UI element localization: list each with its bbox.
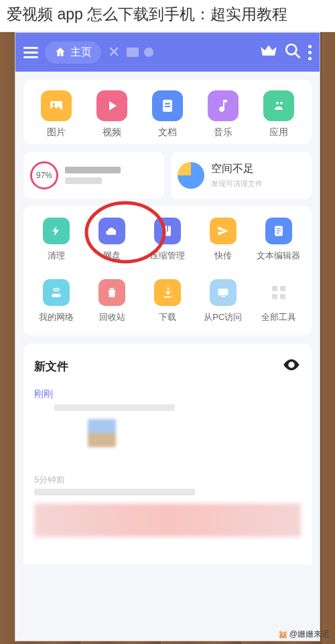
svg-rect-15 bbox=[218, 289, 228, 295]
category-文档[interactable]: 文档 bbox=[140, 90, 195, 139]
tool-清理[interactable]: 清理 bbox=[30, 218, 82, 262]
svg-line-1 bbox=[295, 53, 299, 58]
tool-下载[interactable]: 下载 bbox=[141, 279, 194, 323]
phone-frame: 主页 ✕ 图片视频文档音乐应用 97% 空间不足 发现可清理文件 bbox=[15, 32, 320, 641]
crown-icon[interactable] bbox=[260, 42, 277, 62]
tool-文本编辑器[interactable]: 文本编辑器 bbox=[253, 218, 305, 262]
info-row: 97% 空间不足 发现可清理文件 bbox=[15, 152, 320, 199]
category-图片[interactable]: 图片 bbox=[29, 90, 84, 139]
storage-ring: 97% bbox=[30, 161, 58, 189]
file-item-2-thumb[interactable] bbox=[34, 503, 301, 537]
home-label: 主页 bbox=[70, 46, 92, 60]
svg-point-17 bbox=[290, 364, 293, 367]
storage-blurred bbox=[65, 167, 157, 184]
tool-网盘[interactable]: 网盘 bbox=[86, 218, 138, 262]
storage-box[interactable]: 97% bbox=[23, 152, 164, 199]
ghost-tabs bbox=[127, 48, 153, 57]
content-area: 图片视频文档音乐应用 97% 空间不足 发现可清理文件 清理网盘压缩管理快传文本… bbox=[15, 72, 320, 641]
file-item-1[interactable] bbox=[34, 404, 301, 465]
svg-rect-16 bbox=[221, 296, 224, 297]
tool-压缩管理[interactable]: 压缩管理 bbox=[141, 218, 194, 262]
tool-全部工具[interactable]: 全部工具 bbox=[253, 279, 305, 323]
file-item-2-text bbox=[34, 489, 195, 495]
warn-sub: 发现可清理文件 bbox=[211, 179, 263, 189]
svg-rect-13 bbox=[276, 233, 279, 234]
more-icon[interactable] bbox=[308, 45, 312, 60]
svg-rect-9 bbox=[167, 226, 168, 232]
tool-快传[interactable]: 快传 bbox=[197, 218, 249, 262]
svg-point-3 bbox=[52, 103, 55, 106]
search-icon[interactable] bbox=[284, 42, 302, 62]
files-title: 新文件 bbox=[34, 359, 68, 374]
space-warn-box[interactable]: 空间不足 发现可清理文件 bbox=[171, 152, 312, 199]
tool-从PC访问[interactable]: 从PC访问 bbox=[197, 279, 249, 323]
tool-我的网络[interactable]: 我的网络 bbox=[30, 279, 82, 323]
category-应用[interactable]: 应用 bbox=[251, 90, 306, 139]
warn-title: 空间不足 bbox=[211, 162, 263, 176]
top-bar: 主页 ✕ bbox=[15, 33, 320, 72]
page-title: 爱视频 app 怎么下载到手机：超实用教程 bbox=[0, 0, 335, 32]
svg-rect-12 bbox=[276, 230, 281, 231]
eye-icon[interactable] bbox=[282, 355, 301, 377]
svg-rect-5 bbox=[165, 103, 170, 104]
files-card: 新文件 刚刚 5分钟前 bbox=[23, 343, 312, 564]
svg-rect-14 bbox=[52, 294, 61, 297]
home-icon bbox=[54, 46, 66, 58]
tools-card: 清理网盘压缩管理快传文本编辑器 我的网络回收站下载从PC访问全部工具 bbox=[23, 206, 312, 335]
timestamp-1: 刚刚 bbox=[34, 388, 53, 400]
pie-icon bbox=[178, 162, 204, 189]
categories-card: 图片视频文档音乐应用 bbox=[23, 80, 312, 144]
svg-rect-11 bbox=[276, 228, 281, 229]
watermark: 🐹@姗姗来迟 bbox=[278, 629, 330, 640]
category-视频[interactable]: 视频 bbox=[84, 90, 139, 139]
close-icon[interactable]: ✕ bbox=[108, 44, 120, 61]
menu-icon[interactable] bbox=[23, 44, 38, 61]
svg-rect-6 bbox=[165, 106, 170, 107]
tool-回收站[interactable]: 回收站 bbox=[86, 279, 138, 323]
home-tab[interactable]: 主页 bbox=[45, 42, 101, 64]
timestamp-2: 5分钟前 bbox=[34, 474, 301, 486]
category-音乐[interactable]: 音乐 bbox=[196, 90, 251, 139]
